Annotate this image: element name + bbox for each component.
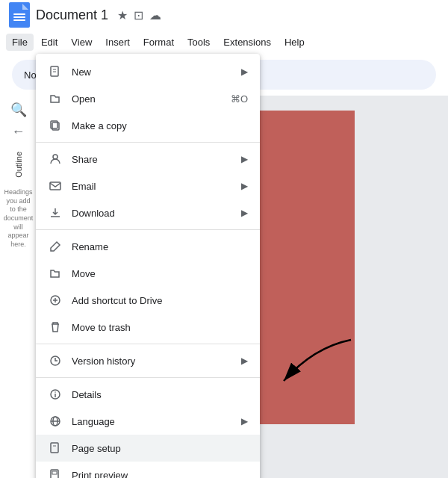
menu-entry-language[interactable]: Language ▶ xyxy=(36,408,260,435)
svg-rect-19 xyxy=(51,443,58,453)
new-label: New xyxy=(72,66,235,78)
move-label: Move xyxy=(72,268,248,279)
menu-entry-move[interactable]: Move xyxy=(36,260,260,287)
trash-icon xyxy=(48,320,63,335)
version-history-label: Version history xyxy=(72,356,235,367)
rename-icon xyxy=(48,239,63,254)
add-shortcut-label: Add shortcut to Drive xyxy=(72,295,248,306)
print-preview-label: Print preview xyxy=(72,470,248,479)
divider-3 xyxy=(36,344,260,344)
language-icon xyxy=(48,414,63,429)
dropdown-overlay: New ▶ Open ⌘O Make a copy Share ▶ xyxy=(0,0,448,478)
details-label: Details xyxy=(72,389,248,400)
download-icon xyxy=(48,205,63,220)
email-arrow: ▶ xyxy=(241,181,248,191)
svg-rect-7 xyxy=(50,182,60,190)
menu-entry-add-shortcut[interactable]: Add shortcut to Drive xyxy=(36,287,260,314)
move-icon xyxy=(48,266,63,281)
language-arrow: ▶ xyxy=(241,416,248,426)
print-preview-icon xyxy=(48,468,63,478)
new-icon xyxy=(48,64,63,79)
menu-entry-move-trash[interactable]: Move to trash xyxy=(36,314,260,341)
open-shortcut: ⌘O xyxy=(231,93,248,105)
version-history-arrow: ▶ xyxy=(241,356,248,366)
divider-4 xyxy=(36,377,260,378)
menu-entry-share[interactable]: Share ▶ xyxy=(36,146,260,173)
email-icon xyxy=(48,179,63,193)
arrow-annotation xyxy=(269,332,358,394)
menu-entry-download[interactable]: Download ▶ xyxy=(36,199,260,226)
menu-entry-open[interactable]: Open ⌘O xyxy=(36,85,260,112)
download-label: Download xyxy=(72,208,235,219)
share-label: Share xyxy=(72,154,235,165)
menu-entry-details[interactable]: Details xyxy=(36,381,260,408)
divider-2 xyxy=(36,229,260,230)
svg-rect-22 xyxy=(52,471,57,474)
open-icon xyxy=(48,91,63,106)
page-setup-label: Page setup xyxy=(72,443,248,454)
menu-entry-print-preview[interactable]: Print preview xyxy=(36,462,260,478)
move-trash-label: Move to trash xyxy=(72,322,248,333)
make-copy-icon xyxy=(48,118,63,133)
open-label: Open xyxy=(72,93,225,105)
download-arrow: ▶ xyxy=(241,208,248,218)
menu-entry-make-copy[interactable]: Make a copy xyxy=(36,112,260,139)
menu-entry-rename[interactable]: Rename xyxy=(36,233,260,260)
details-icon xyxy=(48,387,63,402)
language-label: Language xyxy=(72,416,235,427)
menu-entry-version-history[interactable]: Version history ▶ xyxy=(36,347,260,374)
add-shortcut-icon xyxy=(48,293,63,308)
arrow-svg xyxy=(269,332,358,392)
page-setup-icon xyxy=(48,441,63,456)
new-arrow: ▶ xyxy=(241,66,248,77)
svg-point-15 xyxy=(55,391,56,393)
menu-entry-email[interactable]: Email ▶ xyxy=(36,173,260,199)
make-copy-label: Make a copy xyxy=(72,120,248,131)
share-icon xyxy=(48,152,63,167)
menu-entry-new[interactable]: New ▶ xyxy=(36,58,260,85)
svg-point-6 xyxy=(53,155,57,159)
share-arrow: ▶ xyxy=(241,154,248,164)
divider-1 xyxy=(36,142,260,143)
file-dropdown-menu: New ▶ Open ⌘O Make a copy Share ▶ xyxy=(36,54,260,478)
menu-entry-page-setup[interactable]: Page setup xyxy=(36,435,260,462)
rename-label: Rename xyxy=(72,241,248,252)
version-history-icon xyxy=(48,353,63,368)
email-label: Email xyxy=(72,181,235,192)
